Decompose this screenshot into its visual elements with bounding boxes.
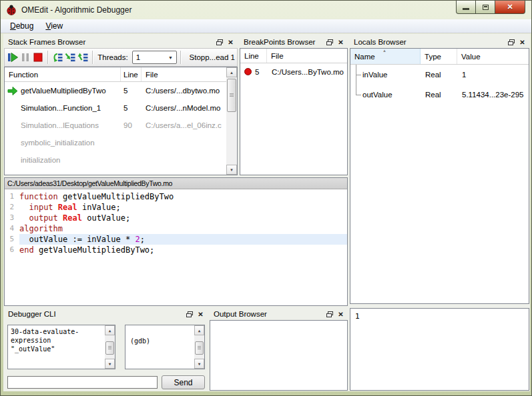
scrollbar-thumb[interactable] (105, 341, 114, 355)
locals-row[interactable]: inValueReal1 (350, 65, 529, 85)
stack-frame-row[interactable]: Simulation...Function_15C:/users/...nMod… (5, 99, 226, 117)
maximize-button[interactable] (476, 1, 495, 14)
maximize-icon (483, 5, 489, 10)
code-token (53, 203, 58, 212)
column-file[interactable]: File (267, 49, 347, 63)
float-icon (326, 311, 333, 317)
stack-frame-row[interactable]: initialization (5, 151, 226, 169)
code-editor-panel: C:/Users/adeas31/Desktop/getValueMultipl… (4, 177, 348, 306)
line-number[interactable]: 5 (5, 234, 19, 245)
locals-row[interactable]: outValueReal5.11434...23e-295 (350, 85, 529, 105)
cli-command-log[interactable]: 30-data-evaluate-expression "_outValue" … (7, 325, 115, 369)
line-number[interactable]: 2 (5, 202, 19, 213)
close-panel-button[interactable]: ✕ (225, 37, 236, 47)
stack-frame-row[interactable]: symbolic_initialization (5, 134, 226, 151)
scroll-up-icon[interactable]: ▲ (226, 67, 237, 77)
step-into-button[interactable] (64, 49, 76, 65)
minimize-icon (463, 8, 469, 10)
debug-toolbar: Threads: 1 ▼ Stopp...ead 1 (4, 48, 238, 67)
send-button[interactable]: Send (162, 375, 205, 389)
close-icon: ✕ (507, 3, 513, 11)
scroll-down-icon[interactable]: ▼ (105, 359, 115, 369)
threads-dropdown[interactable]: 1 ▼ (132, 51, 177, 64)
breakpoint-row[interactable]: 5C:/Users...ByTwo.mo (240, 63, 347, 81)
line-number[interactable]: 4 (5, 223, 19, 234)
column-file[interactable]: File (142, 67, 226, 81)
scroll-up-icon[interactable]: ▲ (105, 325, 115, 335)
output-browser-body[interactable] (210, 320, 348, 391)
column-function[interactable]: Function (5, 67, 121, 81)
stack-frames-table: Function Line File getValueMultipliedByT… (4, 67, 238, 175)
stack-frame-row[interactable]: getValueMultipliedByTwo5C:/users/...dbyt… (5, 82, 226, 99)
code-token: ; (140, 235, 145, 244)
close-panel-button[interactable]: ✕ (517, 37, 528, 47)
column-value[interactable]: Value (457, 49, 529, 64)
step-return-button[interactable] (77, 49, 89, 65)
code-text: outValue := inValue * 2; (19, 234, 347, 245)
evaluation-panel[interactable]: 1 (350, 308, 529, 391)
scroll-up-icon[interactable]: ▲ (194, 325, 204, 335)
line-number[interactable]: 1 (5, 191, 19, 202)
code-text: end getValueMultipliedByTwo; (19, 245, 347, 255)
local-value: 5.11434...23e-295 (457, 91, 529, 99)
scroll-down-icon[interactable]: ▼ (226, 165, 237, 175)
float-icon (508, 39, 515, 45)
code-area[interactable]: 1function getValueMultipliedByTwo2 input… (5, 189, 347, 305)
code-token: function (19, 192, 58, 201)
title-bar[interactable]: OMEdit - Algorithmic Debugger ✕ (1, 1, 531, 19)
close-panel-button[interactable]: ✕ (195, 309, 206, 319)
output-browser-titlebar[interactable]: Output Browser ✕ (210, 308, 348, 320)
column-type[interactable]: Type (421, 49, 457, 64)
line-number[interactable]: 6 (5, 245, 19, 255)
interrupt-button[interactable] (19, 49, 31, 65)
float-button[interactable] (324, 309, 335, 319)
cli-command-input[interactable] (7, 376, 158, 389)
threads-label: Threads: (97, 53, 127, 61)
stack-frames-scrollbar[interactable]: ▲ ▼ (226, 67, 237, 175)
column-line[interactable]: Line (121, 67, 142, 81)
stack-frame-row[interactable]: Simulation...lEquations90C:/users/a...el… (5, 117, 226, 134)
code-token: inValue; (77, 203, 121, 212)
cli-response-text: (gdb) (130, 337, 193, 367)
float-button[interactable] (184, 309, 195, 319)
float-button[interactable] (324, 37, 335, 47)
breakpoint-line-number: 5 (255, 68, 259, 76)
cli-response-log[interactable]: (gdb) ▲ ▼ (125, 325, 205, 369)
stop-button[interactable] (32, 49, 44, 65)
scrollbar-thumb[interactable] (227, 79, 236, 112)
column-line[interactable]: Line (240, 49, 267, 63)
code-editor[interactable]: C:/Users/adeas31/Desktop/getValueMultipl… (4, 177, 348, 306)
evaluation-result: 1 (350, 309, 529, 324)
code-text: algorithm (19, 223, 347, 234)
stack-frames-titlebar[interactable]: Stack Frames Browser ✕ (4, 36, 238, 48)
minimize-button[interactable] (456, 1, 476, 14)
close-panel-button[interactable]: ✕ (335, 309, 346, 319)
float-button[interactable] (505, 37, 517, 47)
close-button[interactable]: ✕ (495, 1, 525, 14)
menu-view[interactable]: View (39, 20, 69, 33)
current-frame-marker (5, 87, 21, 95)
close-panel-button[interactable]: ✕ (335, 37, 346, 47)
breakpoints-panel: BreakPoints Browser ✕ Line File 5C:/User… (240, 36, 348, 175)
cli-scrollbar[interactable]: ▲ ▼ (194, 325, 204, 369)
cli-scrollbar[interactable]: ▲ ▼ (105, 325, 115, 369)
stack-frame-row[interactable]: initializeModel (5, 169, 226, 175)
scrollbar-thumb[interactable] (195, 341, 204, 355)
step-over-button[interactable] (51, 49, 63, 65)
resume-button[interactable] (7, 49, 19, 65)
float-button[interactable] (214, 37, 225, 47)
step-over-icon (51, 51, 63, 63)
output-browser-title: Output Browser (214, 310, 267, 318)
breakpoints-title: BreakPoints Browser (244, 38, 315, 46)
breakpoints-titlebar[interactable]: BreakPoints Browser ✕ (240, 36, 348, 48)
debugger-cli-panel: Debugger CLI ✕ 30-data-evaluate-expressi… (4, 308, 208, 391)
locals-titlebar[interactable]: Locals Browser ✕ (350, 36, 529, 48)
column-name[interactable]: ▲ Name (350, 49, 421, 64)
line-number[interactable]: 3 (5, 213, 19, 223)
menu-debug[interactable]: Debug (4, 20, 39, 33)
chevron-down-icon: ▼ (168, 55, 173, 60)
breakpoints-rows: 5C:/Users...ByTwo.mo (240, 63, 347, 81)
locals-rows: inValueReal1outValueReal5.11434...23e-29… (350, 65, 529, 105)
scroll-down-icon[interactable]: ▼ (194, 359, 204, 369)
debugger-cli-titlebar[interactable]: Debugger CLI ✕ (4, 308, 208, 320)
